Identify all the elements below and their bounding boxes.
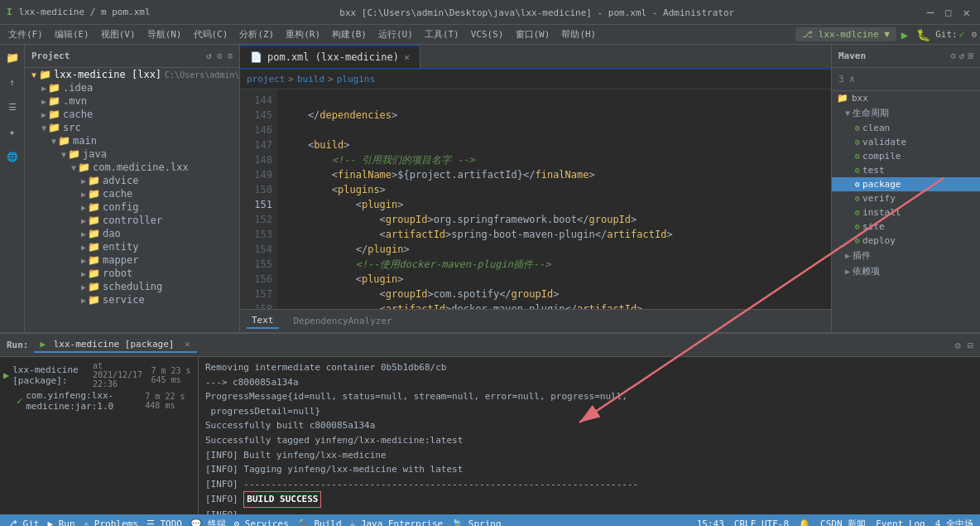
menu-item-analyze[interactable]: 分析(Z) (234, 27, 279, 42)
breadcrumb-project[interactable]: project (247, 74, 285, 84)
git-check-icon[interactable]: ✓ (959, 29, 965, 40)
branch-indicator[interactable]: ⎇ lxx-mdlcine ▼ (795, 27, 896, 41)
build-tree-root[interactable]: ▶ lxx-medicine [package]: at 2021/12/17 … (3, 360, 195, 389)
tab-text[interactable]: Text (247, 313, 279, 329)
panel-icons: ⚙ ⊟ (955, 340, 973, 351)
maven-root[interactable]: 📁 bxx (832, 91, 980, 105)
debug-button[interactable]: 🐛 (916, 28, 930, 41)
tree-item-controller[interactable]: ▶📁controller (25, 214, 239, 227)
maven-gear-test: ⚙ (855, 166, 860, 175)
maven-test[interactable]: ⚙ test (832, 163, 980, 177)
maven-verify[interactable]: ⚙ verify (832, 191, 980, 205)
maximize-icon[interactable]: □ (945, 7, 951, 18)
tree-item-config[interactable]: ▶📁config (25, 200, 239, 214)
menu-item-file[interactable]: 文件(F) (3, 27, 48, 42)
commit-icon[interactable]: ↑ (3, 73, 22, 91)
status-build[interactable]: 🔨 Build (297, 519, 342, 527)
tree-item--idea[interactable]: ▶📁.idea (25, 81, 239, 94)
tree-item-mapper[interactable]: ▶📁mapper (25, 253, 239, 267)
code-content[interactable]: </dependencies> <build> <!-- 引用我们的项目名字 -… (277, 89, 831, 309)
maven-settings-icon[interactable]: ⚙ (950, 51, 956, 61)
tree-item-advice[interactable]: ▶📁advice (25, 174, 239, 187)
app-icon: I (7, 7, 12, 17)
menu-item-help[interactable]: 帮助(H) (556, 27, 601, 42)
menu-item-window[interactable]: 窗口(W) (511, 27, 555, 42)
tree-item-com-medicine-lxx[interactable]: ▼📁com.medicine.lxx (25, 161, 239, 174)
run-tab[interactable]: ▶ lxx-medicine [package] ✕ (34, 337, 197, 353)
maven-site[interactable]: ⚙ site (832, 220, 980, 234)
sync-icon[interactable]: ↺ (206, 51, 212, 61)
settings-icon[interactable]: ⚙ (971, 29, 977, 40)
editor-breadcrumb: project > build > plugins (240, 70, 831, 89)
status-spring[interactable]: 🍃 Spring (451, 519, 501, 527)
log-info-prefix: [INFO] (205, 494, 243, 504)
close-icon[interactable]: ✕ (963, 6, 970, 19)
tree-item-robot[interactable]: ▶📁robot (25, 267, 239, 280)
panel-settings-icon[interactable]: ⚙ (955, 340, 961, 351)
status-event-log[interactable]: Event Log (876, 519, 925, 527)
menu-item-run[interactable]: 运行(U) (373, 27, 418, 42)
maven-refresh-icon[interactable]: ↺ (959, 51, 965, 61)
run-button[interactable]: ▶ (901, 28, 908, 41)
tree-item-src[interactable]: ▼📁src (25, 121, 239, 134)
status-terminal[interactable]: 💬 终端 (190, 518, 226, 527)
menu-item-tools[interactable]: 工具(T) (420, 27, 464, 42)
tree-item-java[interactable]: ▼📁java (25, 147, 239, 161)
breadcrumb-build[interactable]: build (297, 74, 324, 84)
tree-item--mvn[interactable]: ▶📁.mvn (25, 94, 239, 108)
status-java-enterprise[interactable]: ☕ Java Enterprise (350, 519, 444, 527)
tree-item-cache[interactable]: ▶📁cache (25, 108, 239, 121)
editor-tab-pom[interactable]: 📄 pom.xml (lxx-medicine) ✕ (240, 45, 420, 68)
run-tab-close[interactable]: ✕ (185, 339, 190, 350)
tab-close[interactable]: ✕ (404, 51, 410, 63)
maven-deps-group[interactable]: ▶ 依赖项 (832, 263, 980, 279)
sidebar-header: Project ↺ ⚙ ⚙ (25, 45, 239, 68)
menu-item-refactor[interactable]: 重构(R) (281, 27, 325, 42)
build-root-label: lxx-medicine [package]: (12, 364, 86, 386)
status-run[interactable]: ▶ Run (48, 519, 75, 527)
build-artifact-label: com.yinfeng:lxx-medicine:jar:1.0 (26, 390, 142, 412)
maven-validate[interactable]: ⚙ validate (832, 135, 980, 149)
log-line-9: [INFO] ---------------------------------… (205, 477, 973, 492)
web-icon[interactable]: 🌐 (3, 147, 22, 166)
breadcrumb-plugins[interactable]: plugins (337, 74, 375, 84)
tree-item-entity[interactable]: ▶📁entity (25, 240, 239, 253)
menu-item-view[interactable]: 视图(V) (96, 27, 141, 42)
settings-2-icon[interactable]: ⚙ (227, 51, 233, 61)
maven-compile[interactable]: ⚙ compile (832, 149, 980, 163)
tree-item-scheduling[interactable]: ▶📁scheduling (25, 280, 239, 293)
tree-item-cache[interactable]: ▶📁cache (25, 187, 239, 200)
log-line-4: progressDetail=null} (205, 404, 973, 419)
tree-item-main[interactable]: ▼📁main (25, 134, 239, 147)
gear-icon[interactable]: ⚙ (217, 51, 223, 61)
menu-item-nav[interactable]: 导航(N) (142, 27, 187, 42)
project-icon[interactable]: 📁 (3, 48, 22, 66)
code-editor[interactable]: 144 145 146 147 148 149 150 151 152 153 … (240, 89, 831, 309)
status-git[interactable]: ⎇ Git (7, 519, 40, 527)
status-problems[interactable]: ⚠ Problems (84, 519, 138, 527)
status-services[interactable]: ⚙ Services (234, 519, 289, 527)
status-todo[interactable]: ☰ TODO (147, 519, 182, 527)
structure-icon[interactable]: ☰ (3, 98, 22, 116)
build-tree-child[interactable]: ✓ com.yinfeng:lxx-medicine:jar:1.0 7 m 2… (3, 389, 195, 413)
status-notification[interactable]: 🔔 (799, 519, 810, 527)
tree-item-service[interactable]: ▶📁service (25, 293, 239, 306)
maven-deploy[interactable]: ⚙ deploy (832, 234, 980, 248)
menu-item-code[interactable]: 代码(C) (189, 27, 233, 42)
menu-item-vcs[interactable]: VCS(S) (466, 27, 509, 41)
status-csdn[interactable]: CSDN 新闻 (820, 518, 866, 527)
tab-dependency-analyzer[interactable]: DependencyAnalyzer (289, 314, 397, 328)
maven-expand-icon[interactable]: ⊞ (968, 51, 973, 61)
favorites-icon[interactable]: ★ (3, 123, 22, 141)
maven-plugins-group[interactable]: ▶ 插件 (832, 248, 980, 263)
tree-item-dao[interactable]: ▶📁dao (25, 227, 239, 240)
minimize-icon[interactable]: ─ (927, 6, 934, 19)
maven-install[interactable]: ⚙ install (832, 205, 980, 220)
maven-package[interactable]: ⚙ package (832, 177, 980, 191)
maven-lifecycle-group[interactable]: ▼ 生命周期 (832, 105, 980, 121)
menu-item-build[interactable]: 构建(B) (327, 27, 372, 42)
menu-item-edit[interactable]: 编辑(E) (50, 27, 94, 42)
maven-clean[interactable]: ⚙ clean (832, 121, 980, 135)
panel-expand-icon[interactable]: ⊟ (968, 340, 973, 351)
tree-item-lxx-medicine--lxx-[interactable]: ▼📁lxx-medicine [lxx]C:\Users\admin\Deskt… (25, 68, 239, 81)
